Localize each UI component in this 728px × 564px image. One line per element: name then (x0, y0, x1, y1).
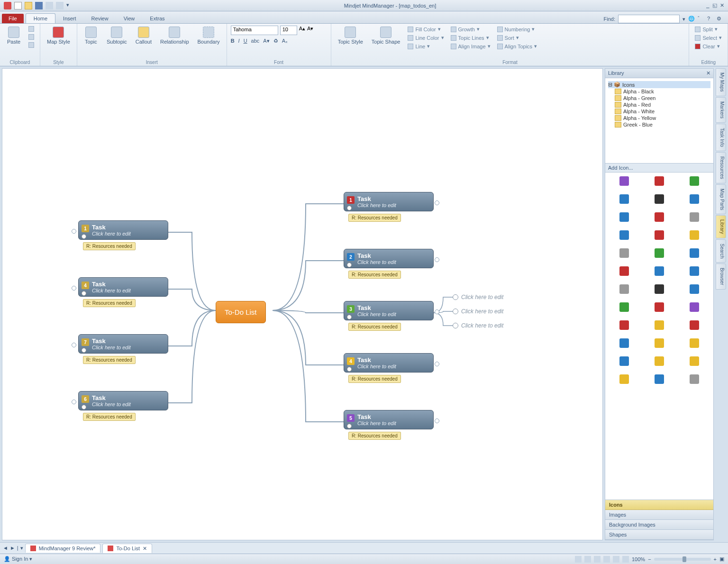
accordion-icons[interactable]: Icons (605, 500, 713, 510)
library-icon[interactable] (619, 230, 629, 240)
task-node[interactable]: 5TaskClick here to edit (344, 410, 434, 429)
tree-folder[interactable]: Alpha - Yellow (608, 115, 710, 121)
task-node[interactable]: 1TaskClick here to edit (344, 192, 434, 211)
library-icon[interactable] (619, 194, 629, 204)
cut-button[interactable] (27, 26, 36, 32)
sort-button[interactable]: Sort ▾ (495, 34, 539, 41)
library-icon[interactable] (619, 374, 629, 384)
bold-button[interactable]: B (231, 38, 235, 44)
library-icon[interactable] (690, 302, 699, 312)
fill-color-button[interactable]: Fill Color ▾ (406, 26, 446, 33)
task-node[interactable]: 1TaskClick here to edit (78, 220, 168, 240)
task-node[interactable]: 3TaskClick here to edit (344, 301, 434, 320)
find-input[interactable] (618, 15, 680, 23)
accordion-images[interactable]: Images (605, 510, 713, 520)
library-icon[interactable] (619, 338, 629, 348)
expand-handle[interactable] (72, 229, 76, 234)
highlight-button[interactable]: ♻ (273, 38, 278, 44)
topic-lines-button[interactable]: Topic Lines ▾ (449, 34, 492, 41)
italic-button[interactable]: I (238, 38, 240, 44)
vtab-markers[interactable]: Markers (716, 97, 726, 123)
qat-more-icon[interactable]: ▾ (66, 2, 74, 9)
central-topic[interactable]: To-Do List (216, 301, 266, 323)
library-icon[interactable] (619, 176, 629, 186)
zoom-slider[interactable] (654, 558, 711, 561)
select-button[interactable]: Select ▾ (693, 34, 724, 41)
underline-button[interactable]: U (244, 38, 247, 44)
library-icon[interactable] (655, 356, 664, 366)
help-icon[interactable]: 🌐 (688, 16, 695, 22)
tree-root[interactable]: ⊟ 📦 Icons (608, 81, 710, 88)
library-icon[interactable] (619, 212, 629, 222)
align-image-button[interactable]: Align Image ▾ (449, 43, 492, 50)
accordion-shapes[interactable]: Shapes (605, 530, 713, 540)
expand-handle[interactable] (435, 200, 439, 205)
format-painter-button[interactable] (27, 42, 36, 48)
line-button[interactable]: Line ▾ (406, 43, 446, 50)
vtab-search[interactable]: Search (716, 239, 726, 263)
tab-home[interactable]: Home (26, 13, 55, 23)
tab-view[interactable]: View (116, 14, 143, 23)
library-icon[interactable] (655, 338, 664, 348)
subtopic-placeholder[interactable]: Click here to edit (453, 322, 503, 329)
library-icon[interactable] (690, 248, 699, 258)
boundary-button[interactable]: Boundary (195, 26, 223, 45)
library-icon[interactable] (690, 212, 699, 222)
vtab-map-parts[interactable]: Map Parts (716, 184, 726, 215)
expand-handle[interactable] (435, 257, 439, 262)
tree-folder[interactable]: Alpha - Black (608, 88, 710, 95)
library-icon[interactable] (655, 212, 664, 222)
add-icon-button[interactable]: Add Icon... (605, 164, 713, 173)
library-icon[interactable] (690, 194, 699, 204)
topic-shape-button[interactable]: Topic Shape (369, 26, 403, 45)
tree-folder[interactable]: Alpha - White (608, 108, 710, 115)
library-icon[interactable] (655, 230, 664, 240)
save-icon[interactable] (35, 2, 43, 9)
strike-button[interactable]: abc (251, 38, 260, 44)
status-icon[interactable] (575, 556, 582, 563)
open-icon[interactable] (25, 2, 32, 9)
new-icon[interactable] (14, 2, 22, 9)
minimize-icon[interactable]: ⎯ (706, 2, 710, 9)
library-icon[interactable] (690, 338, 699, 348)
tab-review[interactable]: Review (84, 14, 116, 23)
task-node[interactable]: 7TaskClick here to edit (78, 334, 168, 354)
status-icon[interactable] (584, 556, 591, 563)
relationship-button[interactable]: Relationship (157, 26, 192, 45)
status-icon[interactable] (622, 556, 629, 563)
library-icon[interactable] (619, 320, 629, 330)
font-size-select[interactable]: 10 (280, 26, 297, 35)
signin-button[interactable]: 👤 Sign In ▾ (4, 556, 32, 562)
min-ribbon-icon[interactable]: ˆ (698, 16, 704, 22)
fit-icon[interactable]: ▣ (719, 556, 724, 562)
help2-icon[interactable]: ? (707, 16, 714, 22)
clear-button[interactable]: Clear ▾ (693, 43, 724, 50)
zoom-out-icon[interactable]: − (648, 556, 651, 562)
topic-button[interactable]: Topic (81, 26, 101, 45)
restore-icon[interactable]: ◱ (712, 2, 717, 9)
expand-handle[interactable] (72, 343, 76, 347)
library-icon[interactable] (619, 302, 629, 312)
grow-font-icon[interactable]: A▴ (299, 26, 305, 35)
doc-tab-1[interactable]: MindManager 9 Review* (25, 544, 101, 553)
expand-handle[interactable] (435, 362, 439, 366)
vtab-task-info[interactable]: Task Info (716, 124, 726, 151)
task-node[interactable]: 4TaskClick here to edit (344, 353, 434, 373)
topic-style-button[interactable]: Topic Style (335, 26, 366, 45)
library-icon[interactable] (690, 284, 699, 294)
paste-button[interactable]: Paste (4, 26, 24, 45)
library-icon[interactable] (690, 356, 699, 366)
map-style-button[interactable]: Map Style (44, 26, 73, 45)
status-icon[interactable] (613, 556, 619, 563)
library-icon[interactable] (619, 248, 629, 258)
zoom-in-icon[interactable]: + (714, 556, 717, 562)
library-icon[interactable] (690, 266, 699, 276)
nav-down-icon[interactable]: ▾ (20, 545, 23, 551)
align-topics-button[interactable]: Align Topics ▾ (495, 43, 539, 50)
library-icon[interactable] (690, 374, 699, 384)
library-icon[interactable] (619, 266, 629, 276)
font-family-select[interactable]: Tahoma (231, 26, 278, 35)
vtab-browser[interactable]: Browser (716, 264, 726, 290)
library-icon[interactable] (655, 266, 664, 276)
tree-folder[interactable]: Greek - Blue (608, 121, 710, 128)
